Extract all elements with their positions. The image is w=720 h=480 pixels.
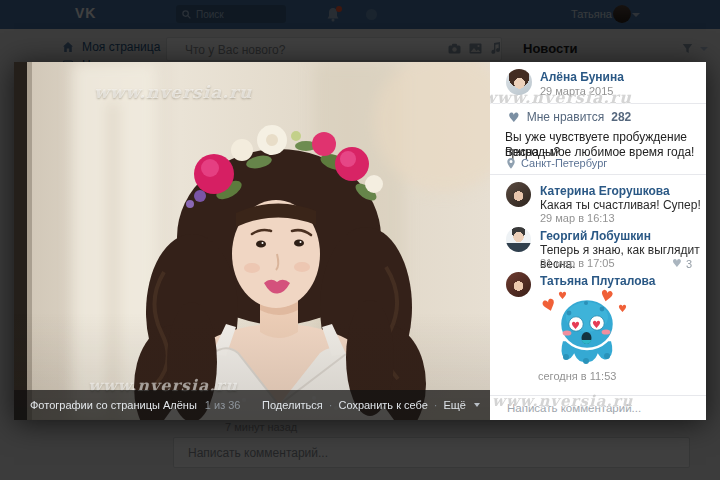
photo-info-panel: Алёна Бунина 29 марта 2015 ♥ Мне нравитс…: [490, 62, 706, 420]
photo-caption[interactable]: Фотографии со страницы Алёны: [30, 399, 197, 411]
commenter-avatar[interactable]: [506, 227, 531, 252]
svg-text:♥: ♥: [618, 303, 627, 314]
location-label: Санкт-Петербург: [521, 157, 607, 169]
heart-icon: ♥: [508, 111, 520, 124]
svg-text:♥: ♥: [558, 290, 567, 301]
share-button[interactable]: Поделиться: [262, 399, 323, 411]
screen: VK Поиск Татьяна Моя страница Новости Чт…: [0, 0, 720, 480]
separator: ·: [329, 399, 333, 411]
like-count: 282: [611, 110, 631, 124]
divider: [490, 103, 706, 104]
comment-like-count: 3: [686, 258, 692, 270]
comment-timestamp: сегодня в 11:53: [538, 370, 616, 382]
commenter-avatar[interactable]: [506, 272, 531, 297]
more-button[interactable]: Ещё: [443, 399, 466, 411]
more-chevron-icon: [474, 403, 480, 407]
heart-icon: ♥: [672, 257, 682, 270]
photo-date: 29 марта 2015: [540, 85, 613, 97]
comment-timestamp: 29 мар в 16:13: [540, 212, 615, 224]
commenter-name-link[interactable]: Георгий Лобушкин: [540, 229, 651, 243]
location-link[interactable]: Санкт-Петербург: [507, 157, 607, 169]
like-label: Мне нравится: [527, 110, 605, 124]
photo-counter: 1 из 36: [205, 399, 241, 411]
separator: ·: [434, 399, 438, 411]
save-to-profile-button[interactable]: Сохранить к себе: [338, 399, 427, 411]
comment-input[interactable]: Написать комментарий...: [490, 395, 706, 420]
octopus-sticker[interactable]: ♥ ♥ ♥ ♥ ♥ ♥: [536, 286, 640, 368]
commenter-avatar[interactable]: [506, 182, 531, 207]
divider: [490, 174, 706, 175]
photo-viewer-modal: www.nversia.ru www.nversia.ru Фотографии…: [14, 62, 706, 420]
author-avatar[interactable]: [506, 69, 532, 95]
photo-caption-bar: Фотографии со страницы Алёны 1 из 36 Под…: [14, 390, 490, 420]
comment-like-button[interactable]: ♥ 3: [672, 257, 692, 270]
author-name-link[interactable]: Алёна Бунина: [540, 70, 624, 84]
comment-text: Какая ты счастливая! Супер!: [540, 198, 701, 212]
commenter-name-link[interactable]: Катерина Егорушкова: [540, 184, 670, 198]
portrait-photo-illustration: [14, 62, 490, 420]
comment-timestamp: 31 мар в 17:05: [540, 257, 615, 269]
photo[interactable]: www.nversia.ru www.nversia.ru Фотографии…: [14, 62, 490, 420]
svg-text:♥: ♥: [592, 319, 601, 330]
location-pin-icon: [507, 158, 515, 169]
svg-text:♥: ♥: [539, 294, 559, 317]
comment-input-placeholder: Написать комментарий...: [507, 402, 641, 414]
like-button[interactable]: ♥ Мне нравится 282: [508, 110, 631, 124]
svg-text:♥: ♥: [571, 320, 580, 331]
